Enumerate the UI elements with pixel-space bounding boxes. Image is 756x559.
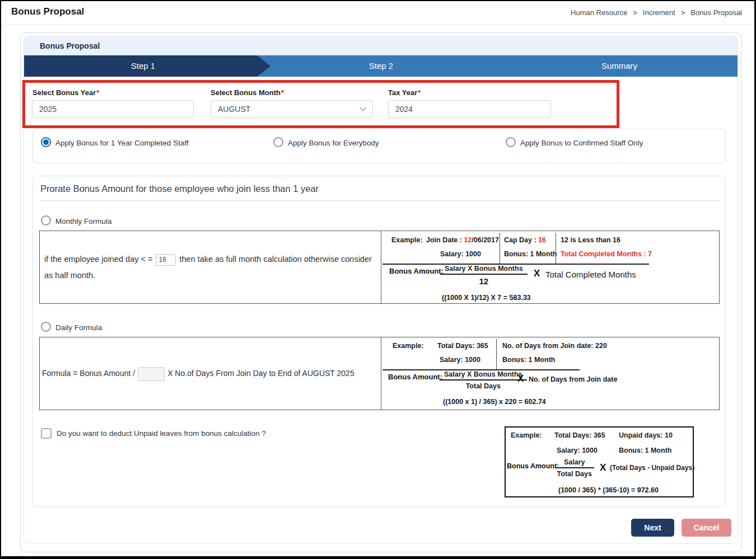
bonus-amount-label: Bonus Amount:: [389, 267, 444, 275]
unpaid-example-box: Example: Total Days: 365 Unpaid days: 10…: [505, 426, 694, 497]
required-asterisk: *: [418, 88, 421, 97]
daily-rule-cell: Formula = Bonus Amount /X No.of Days Fro…: [39, 337, 381, 410]
breadcrumb-separator: >: [633, 8, 637, 17]
breadcrumb-item-increment[interactable]: Increment: [643, 8, 675, 17]
example-title: Example:: [391, 236, 423, 244]
example-salary: Salary: 1000: [557, 447, 598, 454]
radio-apply-1-year-staff[interactable]: [41, 137, 51, 147]
bonus-amount-fraction: Salary X Bonus Months Total Days: [440, 370, 527, 390]
radio-label-apply-confirmed-only[interactable]: Apply Bonus to Confirmed Staff Only: [520, 139, 643, 147]
bonus-year-input[interactable]: [32, 100, 194, 118]
example-column-divider: [496, 339, 497, 370]
example-calculation: ((1000 X 1)/12) X 7 = 583.33: [442, 294, 531, 302]
deduct-unpaid-leaves-checkbox[interactable]: [41, 428, 52, 439]
tab-step-2[interactable]: Step 2: [262, 55, 500, 77]
multiply-sign: X: [517, 373, 524, 384]
example-salary: Salary: 1000: [440, 250, 481, 258]
example-total-days: Total Days: 365: [437, 342, 488, 350]
multiply-sign: X: [534, 268, 540, 279]
tax-year-label: Tax Year*: [388, 88, 421, 97]
monthly-rule-cell: if the employee joined day < =then take …: [39, 231, 381, 304]
chevron-down-icon: [359, 105, 367, 113]
radio-label-apply-1-year-staff[interactable]: Apply Bonus for 1 Year Completed Staff: [55, 139, 189, 147]
tab-summary[interactable]: Summary: [500, 55, 738, 77]
example-calculation: ((1000 x 1) / 365) x 220 = 602.74: [443, 398, 546, 406]
multiply-operand: (Total Days - Unpaid Days): [610, 464, 694, 472]
daily-rule-text: Formula = Bonus Amount /X No.of Days Fro…: [42, 366, 354, 381]
breadcrumb-separator: >: [681, 8, 685, 17]
example-title: Example:: [393, 342, 424, 350]
header-divider: [1, 24, 754, 25]
page-title: Bonus Proposal: [11, 6, 84, 17]
bonus-month-select[interactable]: AUGUST: [211, 100, 373, 118]
daily-example-box: Example: Total Days: 365 No. of Days fro…: [381, 337, 720, 410]
monthly-example-box: Example: Join Date : 12/06/2017 Cap Day …: [381, 231, 720, 304]
example-cap-day: Cap Day : 16: [504, 236, 546, 244]
radio-label-apply-everybody[interactable]: Apply Bonus for Everybody: [288, 139, 379, 147]
example-column-divider: [500, 233, 500, 264]
daily-divisor-input[interactable]: [138, 367, 165, 381]
panel-header: Bonus Proposal: [24, 36, 738, 55]
breadcrumb-item-human-resource[interactable]: Human Resource: [571, 8, 627, 17]
radio-apply-everybody[interactable]: [273, 137, 283, 147]
tax-year-input[interactable]: [388, 100, 551, 118]
example-column-divider: [556, 233, 556, 264]
example-bonus: Bonus: 1 Month: [504, 250, 557, 258]
prorate-heading: Prorate Bonus Amount for those employee …: [40, 184, 319, 194]
radio-apply-confirmed-only[interactable]: [506, 137, 516, 147]
example-calculation: (1000 / 365) * (365-10) = 972.60: [558, 486, 659, 494]
required-asterisk: *: [281, 88, 284, 97]
example-salary: Salary: 1000: [440, 356, 480, 364]
bonus-amount-fraction: Salary X Bonus Months 12: [440, 265, 528, 286]
breadcrumb: Human Resource > Increment > Bonus Propo…: [571, 8, 742, 17]
bonus-year-label: Select Bonus Year*: [32, 88, 99, 97]
example-days-from-join: No. of Days from Join date: 220: [502, 342, 607, 350]
radio-monthly-formula[interactable]: [41, 215, 51, 226]
radio-daily-formula[interactable]: [41, 322, 51, 332]
example-unpaid-days: Unpaid days: 10: [619, 431, 673, 439]
tab-step-1[interactable]: Step 1: [24, 55, 262, 77]
multiply-operand: Total Completed Months: [545, 270, 636, 279]
example-bonus: Bonus: 1 Month: [619, 447, 671, 454]
bonus-amount-fraction: Salary Total Days: [555, 458, 594, 478]
cap-day-input[interactable]: [156, 254, 176, 266]
cancel-button[interactable]: Cancel: [682, 519, 731, 537]
prorate-divider: [40, 200, 720, 201]
example-total-completed-months: Total Completed Months : 7: [561, 250, 652, 258]
required-asterisk: *: [96, 88, 99, 97]
bonus-amount-label: Bonus Amount:: [507, 462, 559, 470]
step-progress-bar: Step 1 Step 2 Summary: [24, 55, 738, 77]
multiply-operand: No. of Days from Join date: [529, 375, 617, 383]
example-join-date: Join Date : 12/06/2017: [426, 236, 499, 244]
app-window: Bonus Proposal Human Resource > Incremen…: [0, 0, 756, 559]
next-button[interactable]: Next: [631, 519, 674, 537]
radio-label-monthly-formula[interactable]: Monthly Formula: [55, 217, 112, 226]
multiply-sign: X: [600, 462, 606, 473]
bonus-month-label: Select Bonus Month*: [211, 88, 284, 97]
deduct-unpaid-leaves-label: Do you want to deduct Unpaid leaves from…: [57, 429, 266, 438]
bonus-amount-label: Bonus Amount:: [388, 373, 442, 381]
monthly-rule-text: if the employee joined day < =then take …: [44, 251, 372, 283]
bonus-month-value: AUGUST: [218, 105, 250, 114]
breadcrumb-item-bonus-proposal: Bonus Proposal: [690, 8, 742, 17]
example-note: 12 is Less than 16: [561, 236, 620, 244]
example-bonus: Bonus: 1 Month: [502, 356, 555, 364]
example-title: Example:: [511, 431, 542, 439]
example-total-days: Total Days: 365: [554, 431, 605, 439]
radio-label-daily-formula[interactable]: Daily Formula: [55, 323, 102, 332]
